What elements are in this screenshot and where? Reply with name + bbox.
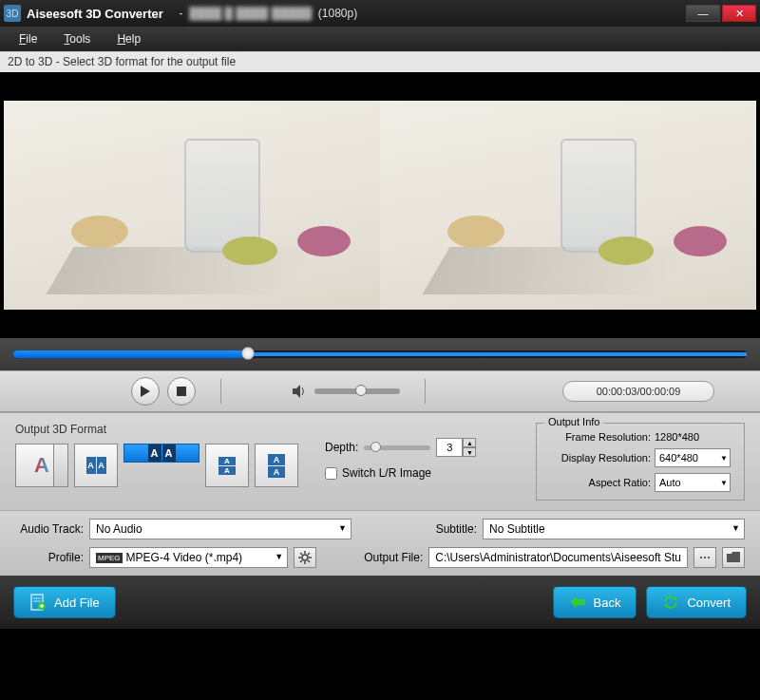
divider: [220, 379, 221, 404]
settings-panel: Audio Track: No Audio▼ Subtitle: No Subt…: [0, 510, 760, 576]
format-anaglyph-button[interactable]: A▼: [15, 444, 68, 487]
chevron-down-icon: ▼: [58, 462, 66, 470]
refresh-icon: [662, 594, 679, 611]
aspect-ratio-select[interactable]: Auto▼: [655, 473, 731, 492]
chevron-down-icon: ▼: [732, 523, 740, 533]
depth-label: Depth:: [325, 441, 358, 454]
app-logo-icon: 3D: [4, 5, 21, 22]
svg-marker-0: [141, 386, 150, 397]
chevron-down-icon: ▼: [338, 523, 347, 533]
menu-tools[interactable]: Tools: [64, 32, 90, 46]
switch-lr-label: Switch L/R Image: [342, 466, 431, 480]
svg-point-3: [302, 555, 308, 560]
depth-up-button[interactable]: ▲: [463, 438, 476, 447]
format-sbs-full-button[interactable]: AA: [124, 444, 200, 463]
format-tb-full-button[interactable]: AA: [255, 444, 298, 487]
menu-file[interactable]: File: [19, 32, 37, 46]
format-panel: Output 3D Format A▼ AA AA AA AA Depth: ▲…: [0, 412, 760, 510]
timeline-bar: [0, 338, 760, 370]
stop-button[interactable]: [167, 377, 196, 406]
subtitle-select[interactable]: No Subtitle▼: [483, 519, 745, 539]
svg-marker-18: [570, 596, 585, 608]
frame-resolution-value: 1280*480: [655, 431, 699, 443]
stop-icon: [177, 387, 186, 396]
depth-slider[interactable]: [364, 445, 430, 450]
volume-slider[interactable]: [314, 388, 400, 394]
output-file-browse-button[interactable]: ⋯: [694, 547, 716, 568]
seek-slider[interactable]: [13, 350, 747, 358]
player-controls: 00:00:03/00:00:09: [0, 370, 760, 412]
profile-settings-button[interactable]: [294, 547, 316, 568]
add-file-icon: [29, 594, 47, 611]
convert-button[interactable]: Convert: [646, 586, 747, 618]
back-label: Back: [594, 596, 621, 610]
gear-icon: [298, 551, 312, 564]
profile-select[interactable]: MPEG MPEG-4 Video (*.mp4)▼: [89, 547, 288, 568]
preview-left-eye: [4, 101, 380, 310]
audio-track-select[interactable]: No Audio▼: [89, 519, 352, 539]
svg-marker-2: [293, 385, 300, 398]
display-resolution-label: Display Resolution:: [546, 452, 651, 464]
svg-line-9: [308, 560, 310, 562]
output-file-field[interactable]: C:\Users\Administrator\Documents\Aiseeso…: [428, 547, 688, 568]
preview-right-eye: [380, 101, 756, 310]
file-resolution-label: - ████ █ ████ █████ (1080p): [173, 7, 357, 20]
audio-track-label: Audio Track:: [15, 522, 84, 536]
bottom-action-bar: Add File Back Convert: [0, 576, 760, 629]
app-title: Aiseesoft 3D Converter: [27, 7, 163, 21]
status-info-bar: 2D to 3D - Select 3D format for the outp…: [0, 51, 760, 72]
menu-help[interactable]: Help: [117, 32, 141, 46]
svg-line-8: [300, 553, 302, 555]
depth-spinner[interactable]: ▲▼: [436, 438, 476, 457]
back-button[interactable]: Back: [553, 586, 637, 618]
arrow-left-icon: [569, 594, 586, 611]
output-info-group: Output Info Frame Resolution: 1280*480 D…: [536, 423, 745, 501]
minimize-button[interactable]: —: [686, 5, 720, 22]
aspect-ratio-label: Aspect Ratio:: [546, 477, 651, 488]
add-file-label: Add File: [54, 596, 100, 610]
seek-thumb[interactable]: [241, 347, 255, 360]
close-button[interactable]: ✕: [722, 5, 756, 22]
output-file-label: Output File:: [356, 551, 423, 564]
display-resolution-select[interactable]: 640*480▼: [655, 448, 731, 467]
folder-icon: [727, 552, 740, 563]
convert-label: Convert: [687, 596, 731, 610]
format-tb-half-button[interactable]: AA: [205, 444, 249, 487]
svg-line-10: [300, 560, 302, 562]
play-icon: [141, 386, 150, 397]
output-3d-format-group: Output 3D Format A▼ AA AA AA AA: [15, 423, 298, 501]
menu-bar: File Tools Help: [0, 27, 760, 51]
svg-line-11: [308, 553, 310, 555]
depth-thumb[interactable]: [370, 442, 381, 452]
depth-down-button[interactable]: ▼: [463, 447, 476, 457]
chevron-down-icon: ▼: [720, 479, 728, 487]
divider: [425, 379, 426, 404]
frame-resolution-label: Frame Resolution:: [546, 431, 651, 443]
switch-lr-checkbox[interactable]: [325, 467, 337, 480]
output-folder-open-button[interactable]: [722, 547, 745, 568]
format-sbs-half-button[interactable]: AA: [74, 444, 118, 487]
play-button[interactable]: [131, 377, 160, 406]
volume-icon: [292, 384, 307, 399]
svg-rect-1: [177, 387, 186, 396]
subtitle-label: Subtitle:: [420, 522, 477, 536]
video-preview-area: [0, 72, 760, 338]
depth-group: Depth: ▲▼ Switch L/R Image: [325, 423, 476, 501]
title-bar: 3D Aiseesoft 3D Converter - ████ █ ████ …: [0, 0, 760, 27]
depth-input[interactable]: [436, 438, 463, 457]
add-file-button[interactable]: Add File: [13, 586, 116, 618]
mpeg-icon: MPEG: [96, 553, 123, 563]
ellipsis-icon: ⋯: [699, 551, 711, 564]
output-3d-format-label: Output 3D Format: [15, 423, 298, 436]
chevron-down-icon: ▼: [720, 454, 728, 463]
chevron-down-icon: ▼: [275, 552, 283, 561]
output-info-legend: Output Info: [544, 416, 603, 427]
profile-label: Profile:: [15, 551, 84, 564]
time-display: 00:00:03/00:00:09: [562, 381, 714, 402]
volume-thumb[interactable]: [355, 385, 367, 396]
app-window: 3D Aiseesoft 3D Converter - ████ █ ████ …: [0, 0, 760, 629]
